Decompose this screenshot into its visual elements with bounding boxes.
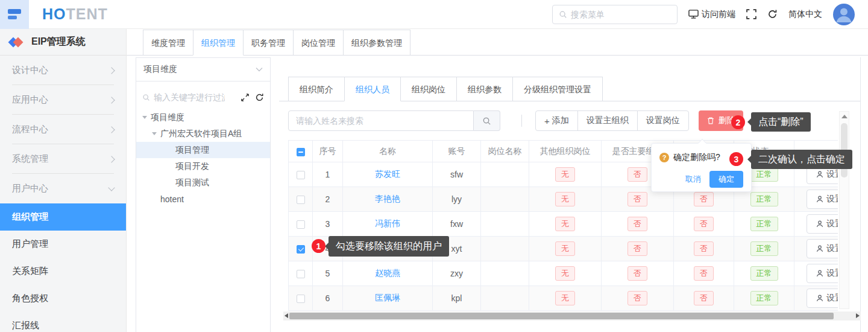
- row-checkbox[interactable]: [297, 295, 305, 303]
- sidebar-item-process-center[interactable]: 流程中心: [0, 115, 126, 144]
- row-checkbox-checked[interactable]: [297, 245, 305, 254]
- step-2-tooltip: 点击“删除”: [751, 112, 811, 132]
- row-checkbox[interactable]: [297, 270, 305, 278]
- status-badge: 正常: [750, 266, 778, 281]
- vertical-scrollbar[interactable]: [839, 111, 849, 309]
- select-all-checkbox[interactable]: [297, 148, 305, 156]
- tree-filter-input[interactable]: [154, 92, 225, 102]
- caret-down-icon: [142, 116, 147, 119]
- member-name-link[interactable]: 冯新伟: [375, 219, 400, 228]
- extra-badge: 否: [694, 241, 714, 256]
- scroll-left-arrow[interactable]: [285, 313, 288, 318]
- row-checkbox[interactable]: [297, 171, 305, 179]
- header-post-name: 岗位名称: [481, 141, 529, 162]
- logo-text: H: [42, 5, 54, 23]
- status-badge: 正常: [750, 192, 778, 206]
- tree-node-group-a[interactable]: 广州宏天软件项目A组: [136, 126, 270, 142]
- tree-node-project-dev[interactable]: 项目开发: [136, 158, 270, 174]
- member-name-link[interactable]: 匡佩琳: [375, 293, 400, 302]
- chevron-down-icon: [108, 184, 115, 191]
- toolbar-divider: [521, 115, 522, 127]
- collapse-icon: [8, 9, 21, 14]
- header-name: 名称: [343, 141, 433, 162]
- table-row: 5 赵晓燕 zxy 无 否 否 正常 设置主: [289, 261, 838, 286]
- menu-search-box[interactable]: [552, 5, 678, 24]
- caret-down-icon: [152, 132, 157, 135]
- tab-dimension-mgmt[interactable]: 维度管理: [143, 30, 193, 56]
- tab-org-intro[interactable]: 组织简介: [288, 77, 345, 101]
- tab-hierarchical-org-settings[interactable]: 分级组织管理设置: [512, 77, 603, 101]
- is-main-org-badge: 否: [627, 266, 647, 281]
- hotent-logo: H O TENT: [42, 5, 108, 23]
- refresh-tree-icon[interactable]: [255, 93, 264, 102]
- row-set-button[interactable]: 设置主: [807, 239, 838, 258]
- fullscreen-icon[interactable]: [746, 9, 756, 19]
- avatar-person-icon: [833, 4, 855, 25]
- person-icon: [816, 244, 824, 253]
- sidebar-item-relation-matrix[interactable]: 关系矩阵: [0, 258, 126, 285]
- horizontal-scroll-thumb[interactable]: [289, 313, 834, 319]
- row-set-button[interactable]: 设置主: [807, 214, 838, 234]
- name-search-button[interactable]: [474, 110, 500, 131]
- sidebar-item-user-center[interactable]: 用户中心: [0, 174, 126, 203]
- tab-org-mgmt[interactable]: 组织管理: [193, 30, 244, 56]
- tree-node-project-mgmt[interactable]: 项目管理: [136, 142, 270, 158]
- user-avatar[interactable]: [833, 4, 855, 25]
- tab-duty-mgmt[interactable]: 职务管理: [243, 30, 294, 56]
- row-checkbox[interactable]: [297, 220, 305, 229]
- chevron-right-icon: [108, 97, 115, 103]
- menu-search-input[interactable]: [571, 10, 661, 19]
- tree-node-hotent[interactable]: hotent: [136, 191, 270, 207]
- tab-org-members[interactable]: 组织人员: [344, 77, 401, 101]
- tab-org-params[interactable]: 组织参数: [456, 77, 513, 101]
- visit-frontend-button[interactable]: 访问前端: [688, 9, 735, 20]
- row-set-button[interactable]: 设置主: [807, 190, 838, 209]
- scroll-up-arrow[interactable]: [841, 115, 848, 118]
- cancel-button[interactable]: 取消: [685, 174, 701, 185]
- confirm-button[interactable]: 确定: [709, 171, 743, 188]
- person-icon: [816, 294, 824, 302]
- step-1-badge: 1: [312, 239, 326, 253]
- tab-org-param-mgmt[interactable]: 组织参数管理: [343, 30, 410, 56]
- language-switch[interactable]: 简体中文: [788, 9, 822, 20]
- member-name-link[interactable]: 李艳艳: [375, 194, 400, 203]
- sidebar-item-user-mgmt[interactable]: 用户管理: [0, 231, 126, 258]
- other-org-post-badge: 无: [555, 217, 575, 231]
- tab-post-mgmt[interactable]: 岗位管理: [293, 30, 344, 56]
- dimension-select[interactable]: 项目维度: [136, 58, 270, 81]
- extra-badge: 否: [694, 192, 714, 206]
- row-checkbox[interactable]: [297, 196, 305, 204]
- tree-node-dimension[interactable]: 项目维度: [136, 109, 270, 126]
- toolbar-button-group: +添加 设置主组织 设置岗位: [535, 110, 689, 131]
- expand-all-icon[interactable]: [241, 93, 250, 102]
- row-set-button[interactable]: 设置主: [807, 264, 838, 283]
- extra-badge: 否: [694, 291, 714, 305]
- row-set-button[interactable]: 设置主: [807, 289, 838, 308]
- horizontal-scrollbar[interactable]: [283, 311, 861, 321]
- tab-org-posts[interactable]: 组织岗位: [400, 77, 457, 101]
- eip-logo-icon: [10, 39, 28, 46]
- refresh-icon[interactable]: [767, 9, 778, 19]
- tree-node-project-test[interactable]: 项目测试: [136, 174, 270, 191]
- member-name-link[interactable]: 苏发旺: [375, 169, 400, 179]
- visit-frontend-label: 访问前端: [702, 9, 735, 20]
- sidebar-item-app-center[interactable]: 应用中心: [0, 85, 126, 115]
- member-name-link[interactable]: 赵晓燕: [375, 268, 400, 278]
- table-row: 6 匡佩琳 kpl 无 否 否 正常 设置主: [289, 286, 838, 311]
- sidebar-item-role-auth[interactable]: 角色授权: [0, 285, 126, 312]
- org-tree-panel: 项目维度 项目维度 广州宏天软件项目A组 项目管理 项目开发 项目测试 hote…: [136, 57, 271, 332]
- sidebar-item-system-mgmt[interactable]: 系统管理: [0, 144, 126, 174]
- set-main-org-button[interactable]: 设置主组织: [577, 110, 638, 131]
- sidebar-item-report-line[interactable]: 汇报线: [0, 312, 126, 332]
- sidebar-item-org-mgmt[interactable]: 组织管理: [0, 203, 126, 231]
- chevron-right-icon: [108, 67, 115, 74]
- app-screen: H O TENT 访问前端 简体中文 EIP管理系统 设计中: [0, 0, 868, 332]
- sidebar-item-design-center[interactable]: 设计中心: [0, 56, 126, 85]
- org-tabs: 组织简介 组织人员 组织岗位 组织参数 分级组织管理设置: [279, 77, 860, 101]
- extra-badge: 否: [694, 266, 714, 281]
- set-post-button[interactable]: 设置岗位: [637, 110, 689, 131]
- add-button[interactable]: +添加: [535, 110, 578, 131]
- name-search-input[interactable]: [296, 116, 466, 126]
- scroll-right-arrow[interactable]: [856, 313, 860, 318]
- sidebar-collapse-button[interactable]: [0, 0, 29, 29]
